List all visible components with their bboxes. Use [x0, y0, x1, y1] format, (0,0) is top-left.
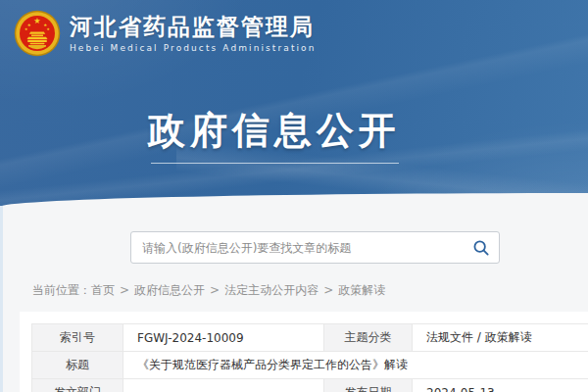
site-logo[interactable]: ★ ★ ★ ★ ★ 河北省药品监督管理局 Hebei Medical Produ… — [14, 10, 317, 57]
search-button[interactable] — [466, 232, 499, 263]
search-icon — [472, 239, 490, 257]
site-header: ★ ★ ★ ★ ★ 河北省药品监督管理局 Hebei Medical Produ… — [0, 0, 588, 206]
breadcrumb-separator: > — [120, 283, 129, 297]
issuing-department-value — [123, 379, 324, 392]
index-number-value: FGWJ-2024-10009 — [123, 324, 324, 352]
title-underline — [151, 163, 399, 164]
org-name-block: 河北省药品监督管理局 Hebei Medical Products Admini… — [70, 14, 317, 54]
title-value: 《关于规范医疗器械产品分类界定工作的公告》解读 — [123, 352, 588, 379]
national-emblem-icon: ★ ★ ★ ★ ★ — [14, 10, 61, 57]
issuing-department-label: 发文部门 — [32, 379, 123, 392]
svg-text:★: ★ — [27, 23, 31, 27]
org-name: 河北省药品监督管理局 — [70, 14, 317, 41]
banner-hero: 政府信息公开 — [0, 110, 549, 164]
page: ★ ★ ★ ★ ★ 河北省药品监督管理局 Hebei Medical Produ… — [0, 0, 588, 392]
page-title: 政府信息公开 — [0, 110, 549, 151]
breadcrumb-label: 当前位置： — [32, 283, 91, 297]
publish-date-value: 2024-05-13 — [413, 379, 588, 392]
document-meta-table: 索引号 FGWJ-2024-10009 主题分类 法规文件 / 政策解读 标题 … — [31, 323, 588, 392]
breadcrumb-separator: > — [323, 283, 333, 297]
breadcrumb: 当前位置：首页>政府信息公开>法定主动公开内容>政策解读 — [32, 282, 385, 299]
breadcrumb-home[interactable]: 首页 — [91, 283, 115, 297]
subject-category-label: 主题分类 — [324, 324, 413, 352]
subject-category-value: 法规文件 / 政策解读 — [413, 324, 588, 352]
content-area: 当前位置：首页>政府信息公开>法定主动公开内容>政策解读 索引号 FGWJ-20… — [0, 206, 588, 392]
search-box — [130, 231, 500, 264]
search-input[interactable] — [131, 241, 466, 255]
table-row: 发文部门 发布日期 2024-05-13 — [32, 379, 588, 392]
publish-date-label: 发布日期 — [324, 379, 413, 392]
table-row: 标题 《关于规范医疗器械产品分类界定工作的公告》解读 — [32, 352, 588, 379]
org-name-en: Hebei Medical Products Administration — [70, 43, 317, 53]
page-left-edge — [0, 206, 3, 392]
breadcrumb-gov-info[interactable]: 政府信息公开 — [134, 283, 205, 297]
index-number-label: 索引号 — [32, 324, 123, 352]
document-card: 索引号 FGWJ-2024-10009 主题分类 法规文件 / 政策解读 标题 … — [20, 312, 588, 392]
svg-text:★: ★ — [33, 16, 40, 25]
breadcrumb-statutory-disclosure[interactable]: 法定主动公开内容 — [224, 283, 318, 297]
svg-text:★: ★ — [43, 23, 47, 27]
breadcrumb-policy-interpretation[interactable]: 政策解读 — [338, 283, 385, 297]
title-label: 标题 — [32, 352, 123, 379]
breadcrumb-separator: > — [210, 283, 220, 297]
table-row: 索引号 FGWJ-2024-10009 主题分类 法规文件 / 政策解读 — [32, 324, 588, 352]
